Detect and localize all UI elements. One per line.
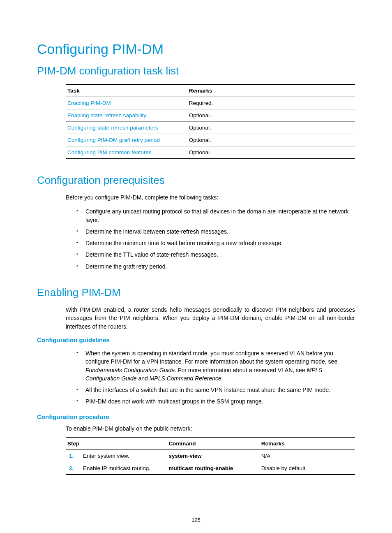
bullet-italic: Fundamentals Configuration Guide <box>85 367 175 373</box>
task-link[interactable]: Enabling state-refresh capability <box>67 112 146 118</box>
proc-row: 2. Enable IP multicast routing. multicas… <box>66 462 355 475</box>
page-container: Configuring PIM-DM PIM-DM configuration … <box>0 0 392 533</box>
proc-step-text: Enable IP multicast routing. <box>81 462 167 475</box>
task-header-task: Task <box>66 84 187 97</box>
prereq-intro: Before you configure PIM-DM, complete th… <box>66 193 355 202</box>
section-heading-prereq: Configuration prerequisites <box>37 174 355 187</box>
bullet-italic: MPLS Command Reference <box>150 375 221 382</box>
proc-header-remarks: Remarks <box>260 437 355 450</box>
enabling-body: With PIM-DM enabled, a router sends hell… <box>66 306 355 331</box>
bullet-text: . <box>221 375 223 382</box>
proc-header-command: Command <box>167 437 259 450</box>
proc-remarks: N/A <box>260 450 355 462</box>
task-row: Enabling PIM-DM Required. <box>66 97 355 109</box>
proc-step-num: 1. <box>66 450 81 462</box>
bullet-text: . For more information about a reserved … <box>175 367 307 373</box>
bullet-item: Determine the TTL value of state-refresh… <box>74 249 355 260</box>
task-remarks: Optional. <box>187 109 355 122</box>
bullet-item: When the system is operating in standard… <box>74 348 355 384</box>
procedure-intro: To enable PIM-DM globally on the public … <box>66 424 355 433</box>
task-link[interactable]: Configuring state-refresh parameters <box>67 125 158 131</box>
bullet-item: Determine the graft retry period. <box>74 261 355 272</box>
procedure-heading: Configuration procedure <box>37 413 355 420</box>
section-heading-tasklist: PIM-DM configuration task list <box>37 65 355 77</box>
bullet-item: PIM-DM does not work with multicast grou… <box>74 396 355 407</box>
page-title: Configuring PIM-DM <box>37 41 355 57</box>
proc-step-num: 2. <box>66 462 81 475</box>
task-row: Configuring state-refresh parameters Opt… <box>66 122 355 134</box>
bullet-text: When the system is operating in standard… <box>85 350 337 365</box>
task-link[interactable]: Configuring PIM common features <box>67 149 152 155</box>
bullet-text: and <box>137 375 150 382</box>
task-list-table: Task Remarks Enabling PIM-DM Required. E… <box>66 84 355 159</box>
section-heading-enabling: Enabling PIM-DM <box>37 286 355 299</box>
task-header-remarks: Remarks <box>187 84 355 97</box>
task-link[interactable]: Enabling PIM-DM <box>67 100 111 106</box>
task-remarks: Optional. <box>187 122 355 134</box>
proc-remarks: Disable by default. <box>260 462 355 475</box>
task-row: Configuring PIM-DM graft retry period Op… <box>66 134 355 146</box>
task-remarks: Required. <box>187 97 355 109</box>
bullet-item: Determine the minimum time to wait befor… <box>74 237 355 249</box>
task-link[interactable]: Configuring PIM-DM graft retry period <box>67 137 160 143</box>
bullet-item: Determine the interval between state-ref… <box>74 226 355 237</box>
page-number: 125 <box>0 517 392 523</box>
proc-step-text: Enter system view. <box>81 450 167 462</box>
bullet-item: All the interfaces of a switch that are … <box>74 384 355 396</box>
task-row: Configuring PIM common features Optional… <box>66 146 355 159</box>
procedure-table: Step Command Remarks 1. Enter system vie… <box>66 437 355 475</box>
bullet-item: Configure any unicast routing protocol s… <box>74 206 355 226</box>
proc-command: system-view <box>167 450 259 462</box>
guidelines-bullet-list: When the system is operating in standard… <box>74 348 355 408</box>
task-row: Enabling state-refresh capability Option… <box>66 109 355 122</box>
proc-command: multicast routing-enable <box>167 462 259 475</box>
task-remarks: Optional. <box>187 134 355 146</box>
guidelines-heading: Configuration guidelines <box>37 336 355 343</box>
proc-row: 1. Enter system view. system-view N/A <box>66 450 355 462</box>
prereq-bullet-list: Configure any unicast routing protocol s… <box>74 206 355 272</box>
proc-header-step: Step <box>66 437 167 450</box>
task-remarks: Optional. <box>187 146 355 159</box>
